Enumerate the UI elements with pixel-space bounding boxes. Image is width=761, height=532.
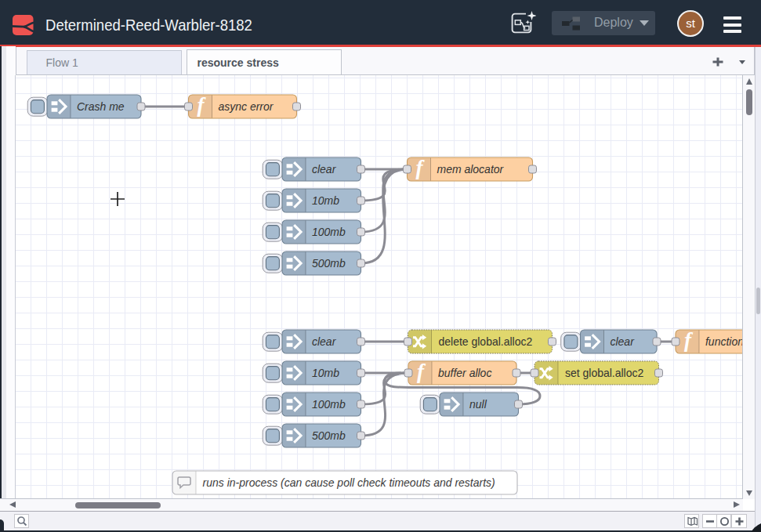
svg-text:runs in-process (can cause pol: runs in-process (can cause poll check ti… bbox=[203, 476, 495, 489]
svg-text:Crash me: Crash me bbox=[77, 100, 125, 113]
svg-text:null: null bbox=[469, 398, 487, 411]
svg-text:10mb: 10mb bbox=[312, 367, 339, 379]
svg-text:mem alocator: mem alocator bbox=[437, 163, 504, 176]
svg-text:delete global.alloc2: delete global.alloc2 bbox=[438, 335, 532, 348]
svg-text:clear: clear bbox=[610, 335, 635, 348]
svg-text:clear: clear bbox=[312, 335, 337, 348]
svg-text:100mb: 100mb bbox=[312, 226, 346, 238]
svg-text:clear: clear bbox=[312, 163, 337, 176]
svg-text:function: function bbox=[705, 335, 743, 348]
svg-text:10mb: 10mb bbox=[312, 194, 339, 207]
svg-text:500mb: 500mb bbox=[312, 429, 346, 442]
svg-text:async error: async error bbox=[219, 100, 274, 113]
svg-text:set global.alloc2: set global.alloc2 bbox=[565, 367, 644, 379]
svg-text:500mb: 500mb bbox=[312, 257, 346, 270]
svg-text:100mb: 100mb bbox=[312, 398, 346, 411]
svg-text:buffer alloc: buffer alloc bbox=[438, 367, 491, 379]
